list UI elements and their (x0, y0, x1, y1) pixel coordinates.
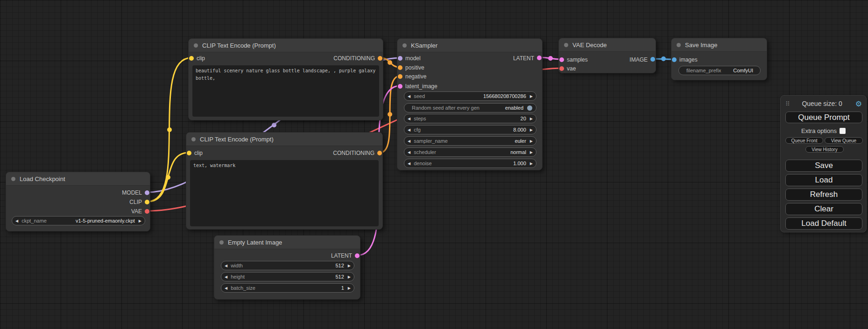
node-title-bar[interactable]: Load Checkpoint (6, 172, 150, 186)
widget-batch-size[interactable]: ◀ batch_size 1 ▶ (221, 283, 354, 293)
input-port-clip[interactable] (187, 151, 191, 155)
output-label-conditioning: CONDITIONING (333, 55, 375, 62)
output-port-image[interactable] (650, 57, 655, 62)
queue-front-button[interactable]: Queue Front (785, 137, 823, 144)
input-port-samples[interactable] (559, 57, 564, 62)
widget-height[interactable]: ◀ height 512 ▶ (221, 272, 354, 281)
widget-denoise[interactable]: ◀ denoise 1.000 ▶ (404, 159, 536, 168)
widget-steps[interactable]: ◀ steps 20 ▶ (404, 114, 536, 123)
output-port-conditioning[interactable] (377, 151, 382, 155)
input-port-positive[interactable] (398, 65, 402, 70)
output-port-latent[interactable] (355, 253, 360, 258)
decrement-arrow-icon[interactable]: ◀ (408, 94, 410, 98)
widget-ckpt-name[interactable]: ◀ ckpt_name v1-5-pruned-emaonly.ckpt ▶ (12, 216, 145, 225)
output-label-model: MODEL (122, 189, 142, 196)
widget-label: seed (414, 93, 425, 99)
decrement-arrow-icon[interactable]: ◀ (15, 219, 18, 223)
output-port-vae[interactable] (145, 209, 149, 214)
toggle-enabled-icon[interactable] (527, 105, 532, 111)
collapse-dot-icon[interactable] (191, 137, 196, 141)
view-queue-button[interactable]: View Queue (825, 137, 863, 144)
settings-gear-icon[interactable]: ⚙ (855, 99, 862, 108)
wire-midpoint-dot (388, 60, 392, 65)
load-default-button[interactable]: Load Default (785, 217, 862, 230)
increment-arrow-icon[interactable]: ▶ (348, 286, 351, 290)
node-title-bar[interactable]: Save Image (671, 38, 767, 52)
increment-arrow-icon[interactable]: ▶ (530, 139, 533, 143)
widget-sampler-name[interactable]: ◀ sampler_name euler ▶ (404, 136, 536, 146)
prompt-text-area[interactable]: text, watermark (190, 160, 379, 226)
wire-midpoint-dot (388, 112, 392, 117)
increment-arrow-icon[interactable]: ▶ (139, 219, 141, 223)
input-port-model[interactable] (398, 56, 402, 61)
refresh-button[interactable]: Refresh (785, 189, 862, 201)
node-title-bar[interactable]: KSampler (397, 39, 542, 52)
widget-random-seed-toggle[interactable]: Random seed after every gen enabled (404, 103, 536, 112)
node-title-bar[interactable]: CLIP Text Encode (Prompt) (189, 39, 383, 52)
node-title-bar[interactable]: VAE Decode (559, 38, 656, 52)
input-port-images[interactable] (672, 57, 677, 62)
increment-arrow-icon[interactable]: ▶ (530, 150, 533, 154)
increment-arrow-icon[interactable]: ▶ (348, 275, 351, 279)
output-port-conditioning[interactable] (378, 56, 382, 61)
extra-options-checkbox[interactable] (840, 128, 846, 134)
widget-value: 512 (335, 263, 344, 268)
widget-value: normal (510, 149, 526, 155)
input-label-model: model (405, 55, 421, 62)
prompt-text-area[interactable]: beautiful scenery nature glass bottle la… (192, 65, 379, 117)
view-history-button[interactable]: View History (805, 146, 844, 153)
node-title-bar[interactable]: Empty Latent Image (214, 236, 360, 249)
increment-arrow-icon[interactable]: ▶ (530, 161, 533, 166)
widget-label: denoise (414, 161, 432, 166)
decrement-arrow-icon[interactable]: ◀ (408, 150, 410, 154)
widget-seed[interactable]: ◀ seed 156680208700286 ▶ (404, 91, 536, 101)
widget-scheduler[interactable]: ◀ scheduler normal ▶ (404, 147, 536, 157)
save-button[interactable]: Save (785, 160, 862, 172)
output-port-latent[interactable] (537, 56, 542, 60)
node-save-image: Save Image images filename_prefix ComfyU… (671, 38, 767, 80)
output-label-conditioning: CONDITIONING (333, 150, 374, 156)
input-port-latent-image[interactable] (398, 84, 402, 89)
decrement-arrow-icon[interactable]: ◀ (408, 128, 410, 132)
collapse-dot-icon[interactable] (11, 177, 15, 181)
output-label-latent: LATENT (513, 55, 534, 62)
load-button[interactable]: Load (785, 174, 862, 186)
node-empty-latent-image: Empty Latent Image LATENT ◀ width 512 ▶ … (214, 235, 360, 300)
increment-arrow-icon[interactable]: ▶ (348, 264, 351, 268)
increment-arrow-icon[interactable]: ▶ (530, 94, 533, 98)
drag-handle-icon[interactable]: ⠿ (785, 100, 789, 107)
clear-button[interactable]: Clear (785, 203, 862, 215)
collapse-dot-icon[interactable] (219, 240, 224, 245)
decrement-arrow-icon[interactable]: ◀ (408, 161, 410, 166)
collapse-dot-icon[interactable] (564, 43, 568, 47)
input-port-negative[interactable] (398, 74, 402, 79)
decrement-arrow-icon[interactable]: ◀ (408, 117, 410, 121)
input-port-vae[interactable] (559, 66, 564, 71)
node-title: VAE Decode (572, 42, 607, 49)
collapse-dot-icon[interactable] (194, 43, 198, 48)
widget-value: enabled (505, 105, 523, 111)
widget-width[interactable]: ◀ width 512 ▶ (221, 261, 354, 270)
output-port-clip[interactable] (145, 200, 149, 204)
queue-prompt-button[interactable]: Queue Prompt (785, 112, 862, 123)
widget-filename-prefix[interactable]: filename_prefix ComfyUI (678, 66, 761, 75)
node-title-bar[interactable]: CLIP Text Encode (Prompt) (186, 133, 382, 146)
node-graph-canvas[interactable]: Load Checkpoint MODEL CLIP VAE ◀ ckpt_na… (0, 0, 868, 329)
widget-cfg[interactable]: ◀ cfg 8.000 ▶ (404, 125, 536, 134)
input-port-clip[interactable] (189, 56, 194, 61)
output-port-model[interactable] (145, 190, 149, 195)
decrement-arrow-icon[interactable]: ◀ (225, 264, 227, 268)
widget-label: width (231, 263, 243, 268)
widget-value: v1-5-pruned-emaonly.ckpt (76, 218, 135, 224)
increment-arrow-icon[interactable]: ▶ (530, 117, 533, 121)
decrement-arrow-icon[interactable]: ◀ (408, 139, 410, 143)
increment-arrow-icon[interactable]: ▶ (530, 128, 533, 132)
widget-label: steps (414, 116, 426, 121)
decrement-arrow-icon[interactable]: ◀ (225, 286, 227, 290)
widget-label: filename_prefix (686, 68, 721, 73)
wire-midpoint-dot (548, 56, 553, 61)
collapse-dot-icon[interactable] (402, 43, 407, 48)
collapse-dot-icon[interactable] (677, 43, 681, 47)
input-label-clip: clip (194, 150, 203, 156)
decrement-arrow-icon[interactable]: ◀ (225, 275, 227, 279)
